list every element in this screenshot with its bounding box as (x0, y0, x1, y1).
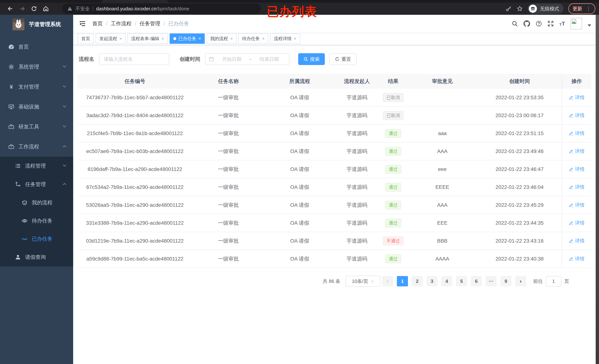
close-icon[interactable]: × (262, 36, 264, 41)
fullscreen-icon[interactable] (547, 20, 554, 27)
page-button-9[interactable]: 9 (500, 276, 511, 286)
edit-icon (569, 203, 573, 207)
end-date-placeholder[interactable]: 结束日期 (253, 56, 286, 62)
more-pages-button[interactable]: ··· (485, 276, 497, 286)
search-icon[interactable] (512, 20, 518, 27)
breadcrumb-item-workflow[interactable]: 工作流程 (111, 20, 132, 27)
page-button-5[interactable]: 5 (456, 276, 467, 286)
detail-button[interactable]: 详情 (569, 94, 585, 101)
sidebar-item-home[interactable]: 首页 (0, 37, 73, 57)
sidebar-item-system[interactable]: 系统管理 (0, 57, 73, 77)
sidebar-item-my-process[interactable]: 我的流程 (0, 194, 73, 212)
reload-icon[interactable] (28, 3, 40, 14)
github-icon[interactable] (523, 20, 530, 27)
process-name: OA 请假 (264, 237, 335, 244)
approve-opinion: eee (407, 166, 477, 172)
url-text[interactable]: dashboard.yudao.iocoder.cn/bpm/task/done (96, 6, 189, 12)
page-button-3[interactable]: 3 (426, 276, 438, 286)
sidebar-item-process-mgmt[interactable]: 流程管理 (0, 157, 73, 175)
browser-active-tab[interactable] (102, 0, 168, 3)
detail-button[interactable]: 详情 (569, 238, 585, 244)
hamburger-icon[interactable] (78, 19, 87, 28)
back-icon[interactable] (4, 3, 16, 14)
navbar-actions: TT (512, 18, 591, 29)
start-date-placeholder[interactable]: 开始日期 (215, 56, 248, 62)
update-button[interactable]: 更新 ⋮ (568, 3, 595, 14)
process-name: OA 请假 (264, 166, 335, 173)
browser-menu-icon[interactable]: ⋮ (586, 6, 591, 11)
tab-todo-task[interactable]: 待办任务 × (238, 34, 268, 44)
detail-button[interactable]: 详情 (569, 184, 585, 190)
star-icon[interactable] (517, 6, 523, 12)
sidebar-item-payment[interactable]: ¥ 支付管理 (0, 77, 73, 97)
security-warning-label: 不安全 (75, 6, 90, 12)
close-icon[interactable]: × (230, 36, 233, 41)
eye-closed-icon (21, 236, 28, 242)
incognito-badge[interactable]: 无痕模式 (528, 3, 564, 14)
browser-toolbar: 不安全 dashboard.yudao.iocoder.cn/bpm/task/… (0, 3, 599, 15)
sidebar-item-todo-task[interactable]: 待办任务 (0, 212, 73, 230)
search-button[interactable]: 搜索 (298, 53, 325, 65)
dropdown-caret[interactable] (588, 24, 591, 27)
process-starter: 芋道源码 (335, 237, 379, 244)
key-icon[interactable] (505, 6, 512, 12)
close-icon[interactable]: × (119, 36, 122, 41)
process-name-input[interactable] (99, 53, 169, 65)
app-navbar: 首页 / 工作流程 / 任务管理 / 已办任务 (73, 15, 596, 33)
sidebar-item-workflow[interactable]: 工作流程 (0, 137, 73, 157)
task-name: 一级审批 (192, 255, 264, 262)
sidebar-item-infra[interactable]: 基础设施 (0, 97, 73, 117)
tab-form-edit[interactable]: 流程表单-编辑 × (127, 34, 168, 44)
close-icon[interactable]: × (198, 36, 201, 41)
prev-page-button[interactable]: ‹ (382, 276, 393, 286)
tab-start-proc[interactable]: 发起流程 × (96, 34, 126, 44)
sidebar-item-done-task[interactable]: 已办任务 (0, 230, 73, 248)
tab-done-task[interactable]: 已办任务 × (170, 34, 205, 44)
avatar[interactable] (571, 18, 582, 29)
sidebar-item-task-mgmt[interactable]: 任务管理 (0, 175, 73, 194)
detail-button[interactable]: 详情 (569, 130, 585, 137)
eye-icon (21, 218, 28, 224)
detail-button[interactable]: 详情 (569, 256, 585, 262)
page-size-select[interactable]: 10条/页 ∨ (345, 276, 380, 287)
sidebar-item-leave-query[interactable]: 请假查询 (0, 248, 73, 266)
process-starter: 芋道源码 (335, 130, 379, 137)
table-header: 任务编号 任务名称 所属流程 流程发起人 结果 审批意见 创建时间 操作 (78, 74, 591, 89)
result-badge: 通过 (385, 147, 401, 156)
goto-page-input[interactable] (546, 276, 561, 286)
chevron-icon (62, 125, 67, 128)
page-button-2[interactable]: 2 (412, 276, 423, 286)
close-icon[interactable]: × (294, 36, 296, 41)
table-body: 74736737-7b9b-11ec-b5b7-acde48001122 一级审… (78, 89, 591, 268)
home-icon[interactable] (40, 3, 52, 14)
font-size-icon[interactable]: TT (559, 21, 565, 27)
tab-proc-detail[interactable]: 流程详情 × (270, 34, 300, 44)
page-button-1[interactable]: 1 (397, 276, 408, 286)
close-icon[interactable]: × (161, 36, 164, 41)
browser-actions: 无痕模式 更新 ⋮ (505, 3, 595, 14)
next-page-button[interactable]: › (515, 276, 526, 286)
table-row: 8196daff-7b9a-11ec-a290-acde48001122 一级审… (78, 160, 591, 178)
detail-button[interactable]: 详情 (569, 202, 585, 208)
breadcrumb-item-home[interactable]: 首页 (92, 20, 103, 27)
result-badge: 已取消 (383, 93, 404, 102)
detail-button[interactable]: 详情 (569, 166, 585, 172)
tab-my-process[interactable]: 我的流程 × (207, 34, 237, 44)
tab-home[interactable]: 首页 (78, 34, 94, 44)
sidebar-item-dev-tools[interactable]: 研发工具 (0, 117, 73, 137)
page-button-6[interactable]: 6 (471, 276, 482, 286)
chevron-icon (62, 145, 67, 148)
task-name: 一级审批 (192, 112, 264, 119)
question-icon[interactable] (536, 20, 542, 27)
forward-icon[interactable] (16, 3, 28, 14)
address-bar[interactable]: 不安全 dashboard.yudao.iocoder.cn/bpm/task/… (62, 3, 261, 14)
security-warning-icon[interactable] (67, 6, 72, 11)
breadcrumb-item-task-mgmt[interactable]: 任务管理 (140, 20, 160, 27)
detail-button[interactable]: 详情 (569, 148, 585, 154)
detail-button[interactable]: 详情 (569, 220, 585, 226)
dashboard-icon (8, 44, 14, 50)
page-button-4[interactable]: 4 (441, 276, 452, 286)
date-range-picker[interactable]: 开始日期 - 结束日期 (205, 53, 289, 65)
reset-button[interactable]: 重置 (329, 53, 357, 65)
detail-button[interactable]: 详情 (569, 112, 585, 119)
